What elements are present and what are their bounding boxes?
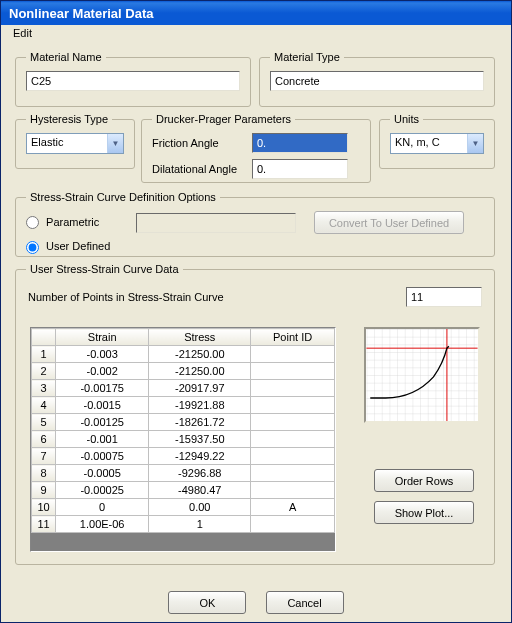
cell-strain[interactable]: -0.0015 (56, 397, 149, 414)
show-plot-button[interactable]: Show Plot... (374, 501, 474, 524)
order-rows-button[interactable]: Order Rows (374, 469, 474, 492)
table-rownum: 2 (32, 363, 56, 380)
stress-strain-table[interactable]: Strain Stress Point ID 1-0.003-21250.002… (31, 328, 335, 533)
cell-pointid[interactable] (251, 346, 335, 363)
parametric-entry-disabled (136, 213, 296, 233)
units-combo[interactable]: KN, m, C ▼ (390, 133, 484, 154)
table-row[interactable]: 5-0.00125-18261.72 (32, 414, 335, 431)
group-hysteresis-label: Hysteresis Type (26, 113, 112, 125)
group-units-label: Units (390, 113, 423, 125)
table-rownum: 4 (32, 397, 56, 414)
menu-bar: Edit (1, 25, 511, 45)
chevron-down-icon[interactable]: ▼ (467, 134, 483, 153)
table-rownum: 10 (32, 499, 56, 516)
table-row[interactable]: 8-0.0005-9296.88 (32, 465, 335, 482)
num-points-label: Number of Points in Stress-Strain Curve (28, 291, 224, 303)
table-header-strain: Strain (56, 329, 149, 346)
cell-stress[interactable]: -12949.22 (149, 448, 251, 465)
table-row[interactable]: 1-0.003-21250.00 (32, 346, 335, 363)
cell-pointid[interactable] (251, 363, 335, 380)
hysteresis-combo[interactable]: Elastic ▼ (26, 133, 124, 154)
hysteresis-value: Elastic (27, 134, 107, 153)
dilatational-angle-label: Dilatational Angle (152, 163, 252, 175)
cell-strain[interactable]: 0 (56, 499, 149, 516)
num-points-field[interactable] (406, 287, 482, 307)
cell-pointid[interactable] (251, 414, 335, 431)
group-material-type: Material Type (259, 51, 495, 107)
chevron-down-icon[interactable]: ▼ (107, 134, 123, 153)
cell-pointid[interactable]: A (251, 499, 335, 516)
table-rownum: 11 (32, 516, 56, 533)
cell-stress[interactable]: -9296.88 (149, 465, 251, 482)
group-material-type-label: Material Type (270, 51, 344, 63)
group-sscdo-label: Stress-Strain Curve Definition Options (26, 191, 220, 203)
table-row[interactable]: 2-0.002-21250.00 (32, 363, 335, 380)
dilatational-angle-field[interactable] (252, 159, 348, 179)
table-rownum: 9 (32, 482, 56, 499)
dialog-buttons: OK Cancel (1, 591, 511, 614)
cell-stress[interactable]: -18261.72 (149, 414, 251, 431)
cell-stress[interactable]: 0.00 (149, 499, 251, 516)
cell-pointid[interactable] (251, 431, 335, 448)
table-row[interactable]: 4-0.0015-19921.88 (32, 397, 335, 414)
table-rownum: 3 (32, 380, 56, 397)
material-type-field[interactable] (270, 71, 484, 91)
cell-strain[interactable]: -0.0005 (56, 465, 149, 482)
table-row[interactable]: 111.00E-061 (32, 516, 335, 533)
cell-strain[interactable]: -0.001 (56, 431, 149, 448)
friction-angle-label: Friction Angle (152, 137, 252, 149)
cell-stress[interactable]: 1 (149, 516, 251, 533)
group-user-stress-strain-data: User Stress-Strain Curve Data Number of … (15, 263, 495, 565)
table-rownum: 7 (32, 448, 56, 465)
cell-strain[interactable]: -0.00075 (56, 448, 149, 465)
table-row[interactable]: 1000.00A (32, 499, 335, 516)
cell-pointid[interactable] (251, 380, 335, 397)
convert-to-user-defined-button: Convert To User Defined (314, 211, 464, 234)
cell-stress[interactable]: -4980.47 (149, 482, 251, 499)
cell-stress[interactable]: -21250.00 (149, 346, 251, 363)
svg-rect-0 (366, 329, 477, 421)
cell-pointid[interactable] (251, 482, 335, 499)
radio-user-defined-label[interactable]: User Defined (26, 240, 110, 252)
group-hysteresis-type: Hysteresis Type Elastic ▼ (15, 113, 135, 169)
table-row[interactable]: 6-0.001-15937.50 (32, 431, 335, 448)
cell-stress[interactable]: -15937.50 (149, 431, 251, 448)
stress-strain-table-wrap: Strain Stress Point ID 1-0.003-21250.002… (30, 327, 336, 552)
group-curve-definition-options: Stress-Strain Curve Definition Options P… (15, 191, 495, 257)
friction-angle-field[interactable] (252, 133, 348, 153)
cell-pointid[interactable] (251, 465, 335, 482)
group-ussd-label: User Stress-Strain Curve Data (26, 263, 183, 275)
cell-strain[interactable]: -0.00175 (56, 380, 149, 397)
table-rownum: 6 (32, 431, 56, 448)
menu-edit[interactable]: Edit (7, 25, 38, 41)
table-rownum: 5 (32, 414, 56, 431)
table-header-rownum (32, 329, 56, 346)
cell-stress[interactable]: -19921.88 (149, 397, 251, 414)
cell-strain[interactable]: -0.00125 (56, 414, 149, 431)
material-name-field[interactable] (26, 71, 240, 91)
table-row[interactable]: 9-0.00025-4980.47 (32, 482, 335, 499)
cell-strain[interactable]: 1.00E-06 (56, 516, 149, 533)
cell-pointid[interactable] (251, 516, 335, 533)
units-value: KN, m, C (391, 134, 467, 153)
cell-stress[interactable]: -21250.00 (149, 363, 251, 380)
radio-parametric[interactable] (26, 216, 39, 229)
cell-strain[interactable]: -0.003 (56, 346, 149, 363)
cell-pointid[interactable] (251, 397, 335, 414)
group-drucker-prager: Drucker-Prager Parameters Friction Angle… (141, 113, 371, 183)
cell-strain[interactable]: -0.00025 (56, 482, 149, 499)
table-rownum: 8 (32, 465, 56, 482)
cell-stress[interactable]: -20917.97 (149, 380, 251, 397)
radio-parametric-label[interactable]: Parametric (26, 216, 136, 230)
table-row[interactable]: 7-0.00075-12949.22 (32, 448, 335, 465)
cell-strain[interactable]: -0.002 (56, 363, 149, 380)
group-material-name: Material Name (15, 51, 251, 107)
table-row[interactable]: 3-0.00175-20917.97 (32, 380, 335, 397)
table-header-stress: Stress (149, 329, 251, 346)
group-material-name-label: Material Name (26, 51, 106, 63)
cell-pointid[interactable] (251, 448, 335, 465)
ok-button[interactable]: OK (168, 591, 246, 614)
radio-user-defined[interactable] (26, 241, 39, 254)
window-title: Nonlinear Material Data (9, 6, 154, 21)
cancel-button[interactable]: Cancel (266, 591, 344, 614)
